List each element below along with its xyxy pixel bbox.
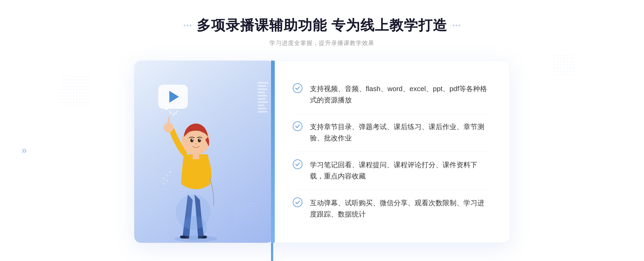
features-panel: 支持视频、音频、flash、word、excel、ppt、pdf等各种格式的资源…: [271, 61, 510, 243]
feature-item-1: 支持视频、音频、flash、word、excel、ppt、pdf等各种格式的资源…: [293, 78, 488, 111]
dot-5: [456, 25, 457, 26]
page-subtitle: 学习进度全掌握，提升录播课教学效果: [184, 39, 460, 47]
decorator-dots-right: [453, 25, 460, 26]
panel-left-accent: [271, 61, 275, 243]
dot-3: [190, 25, 191, 26]
check-circle-1: [293, 83, 302, 93]
svg-point-5: [192, 139, 193, 140]
decorative-dots-right: [553, 54, 574, 75]
check-icon-1: [295, 85, 300, 91]
card-wrapper: 支持视频、音频、flash、word、excel、ppt、pdf等各种格式的资源…: [134, 61, 510, 243]
svg-point-8: [163, 178, 164, 179]
stripe-line-6: [258, 98, 266, 100]
svg-rect-7: [193, 154, 199, 159]
page-title: 多项录播课辅助功能 专为线上教学打造: [197, 16, 447, 35]
stripe-line-1: [258, 82, 268, 84]
panel-stripe: [258, 82, 268, 114]
check-circle-2: [293, 121, 302, 131]
divider-2: [293, 151, 488, 152]
stripe-line-2: [258, 85, 266, 87]
svg-point-1: [164, 123, 173, 132]
feature-text-3: 学习笔记回看、课程提问、课程评论打分、课件资料下载，重点内容收藏: [310, 159, 488, 182]
header-section: 多项录播课辅助功能 专为线上教学打造 学习进度全掌握，提升录播课教学效果: [184, 16, 460, 47]
check-icon-4: [295, 200, 300, 205]
decorative-dots-left: [59, 75, 91, 107]
svg-point-9: [166, 174, 168, 176]
check-circle-3: [293, 159, 302, 169]
check-circle-4: [293, 197, 302, 207]
svg-point-12: [166, 180, 168, 181]
svg-point-6: [199, 139, 200, 140]
dot-6: [459, 25, 460, 26]
divider-3: [293, 189, 488, 190]
divider-1: [293, 114, 488, 114]
page-container: » 多项录播课辅助功能 专为线上教学打造 学习进度全掌握，提升录播课教学效果: [0, 0, 644, 261]
feature-text-2: 支持章节目录、弹题考试、课后练习、课后作业、章节测验、批改作业: [310, 121, 488, 144]
svg-point-4: [198, 139, 201, 142]
chevron-left-icon: »: [21, 145, 27, 156]
svg-point-3: [190, 139, 193, 142]
check-icon-2: [295, 124, 300, 129]
feature-item-4: 互动弹幕、试听购买、微信分享、观看次数限制、学习进度跟踪、数据统计: [293, 192, 488, 225]
stripe-line-3: [258, 88, 267, 90]
panel-dots-bottom: [233, 203, 258, 221]
dot-2: [187, 25, 188, 26]
svg-point-11: [163, 183, 164, 185]
stripe-line-7: [258, 101, 268, 103]
image-panel: [134, 61, 274, 243]
decorator-dots-left: [184, 25, 191, 26]
header-decorators: 多项录播课辅助功能 专为线上教学打造: [184, 16, 460, 35]
feature-text-1: 支持视频、音频、flash、word、excel、ppt、pdf等各种格式的资源…: [310, 83, 488, 106]
check-icon-3: [295, 162, 300, 167]
deco-circle-2: [182, 216, 207, 240]
stripe-line-8: [258, 105, 265, 106]
feature-text-4: 互动弹幕、试听购买、微信分享、观看次数限制、学习进度跟踪、数据统计: [310, 197, 488, 220]
stripe-line-9: [258, 108, 266, 109]
dot-1: [184, 25, 185, 26]
svg-point-10: [169, 171, 171, 173]
stripe-line-5: [258, 95, 267, 96]
card-inner: 支持视频、音频、flash、word、excel、ppt、pdf等各种格式的资源…: [134, 61, 510, 243]
feature-item-2: 支持章节目录、弹题考试、课后练习、课后作业、章节测验、批改作业: [293, 116, 488, 149]
stripe-line-10: [258, 111, 267, 113]
stripe-line-4: [258, 92, 265, 93]
dot-4: [453, 25, 454, 26]
feature-item-3: 学习笔记回看、课程提问、课程评论打分、课件资料下载，重点内容收藏: [293, 154, 488, 187]
